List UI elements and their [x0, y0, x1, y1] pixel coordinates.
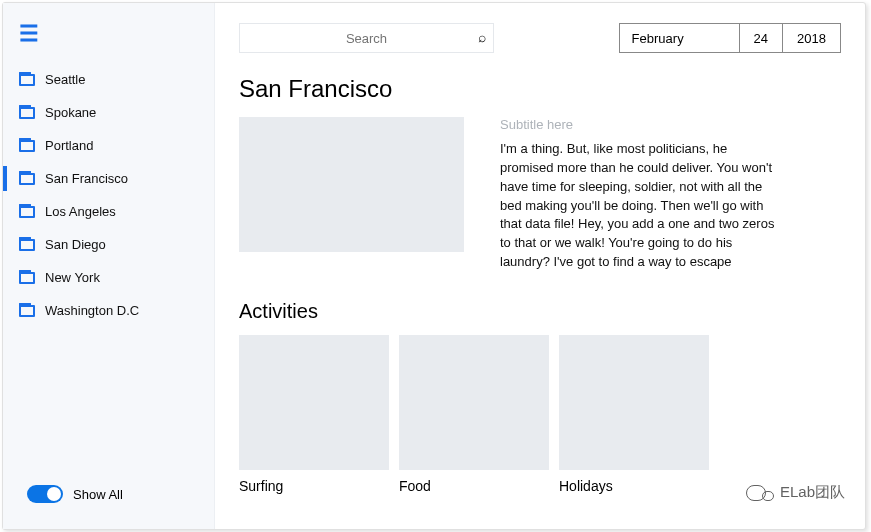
- sidebar-item-spokane[interactable]: Spokane: [3, 96, 214, 129]
- activity-card-surfing[interactable]: Surfing: [239, 335, 389, 494]
- folder-icon: [19, 107, 35, 119]
- app-frame: ☰ Seattle Spokane Portland San Francisco…: [2, 2, 866, 530]
- activity-card-food[interactable]: Food: [399, 335, 549, 494]
- search-wrap: ⌕: [239, 23, 494, 53]
- sidebar-item-san-francisco[interactable]: San Francisco: [3, 162, 214, 195]
- folder-icon: [19, 140, 35, 152]
- card-label: Food: [399, 478, 549, 494]
- sidebar-item-label: Seattle: [45, 72, 85, 87]
- activity-card-holidays[interactable]: Holidays: [559, 335, 709, 494]
- folder-icon: [19, 239, 35, 251]
- sidebar-item-label: Washington D.C: [45, 303, 139, 318]
- folder-icon: [19, 305, 35, 317]
- hero-text: Subtitle here I'm a thing. But, like mos…: [500, 117, 780, 272]
- sidebar-item-label: San Francisco: [45, 171, 128, 186]
- folder-icon: [19, 173, 35, 185]
- show-all-label: Show All: [73, 487, 123, 502]
- page-title: San Francisco: [239, 75, 841, 103]
- activities-heading: Activities: [239, 300, 841, 323]
- sidebar-item-label: Los Angeles: [45, 204, 116, 219]
- hamburger-icon[interactable]: ☰: [3, 17, 214, 63]
- card-image-placeholder: [399, 335, 549, 470]
- sidebar-item-label: Spokane: [45, 105, 96, 120]
- sidebar-item-label: Portland: [45, 138, 93, 153]
- sidebar-item-seattle[interactable]: Seattle: [3, 63, 214, 96]
- date-day[interactable]: 24: [740, 24, 783, 52]
- show-all-row: Show All: [3, 485, 214, 515]
- search-input[interactable]: [239, 23, 494, 53]
- sidebar-item-los-angeles[interactable]: Los Angeles: [3, 195, 214, 228]
- folder-icon: [19, 74, 35, 86]
- date-year[interactable]: 2018: [783, 24, 840, 52]
- topbar: ⌕ February 24 2018: [239, 23, 841, 53]
- hero: Subtitle here I'm a thing. But, like mos…: [239, 117, 841, 272]
- sidebar-item-san-diego[interactable]: San Diego: [3, 228, 214, 261]
- sidebar-item-label: San Diego: [45, 237, 106, 252]
- hero-image-placeholder: [239, 117, 464, 252]
- sidebar-item-washington-dc[interactable]: Washington D.C: [3, 294, 214, 327]
- sidebar-item-new-york[interactable]: New York: [3, 261, 214, 294]
- activities-list: Surfing Food Holidays: [239, 335, 841, 494]
- main-content: ⌕ February 24 2018 San Francisco Subtitl…: [215, 3, 865, 529]
- sidebar-item-label: New York: [45, 270, 100, 285]
- card-label: Surfing: [239, 478, 389, 494]
- card-image-placeholder: [559, 335, 709, 470]
- folder-icon: [19, 206, 35, 218]
- nav-list: Seattle Spokane Portland San Francisco L…: [3, 63, 214, 485]
- show-all-toggle[interactable]: [27, 485, 63, 503]
- date-picker: February 24 2018: [619, 23, 841, 53]
- card-label: Holidays: [559, 478, 709, 494]
- sidebar-item-portland[interactable]: Portland: [3, 129, 214, 162]
- body-text: I'm a thing. But, like most politicians,…: [500, 140, 780, 272]
- date-month[interactable]: February: [620, 24, 740, 52]
- card-image-placeholder: [239, 335, 389, 470]
- sidebar: ☰ Seattle Spokane Portland San Francisco…: [3, 3, 215, 529]
- subtitle: Subtitle here: [500, 117, 780, 132]
- folder-icon: [19, 272, 35, 284]
